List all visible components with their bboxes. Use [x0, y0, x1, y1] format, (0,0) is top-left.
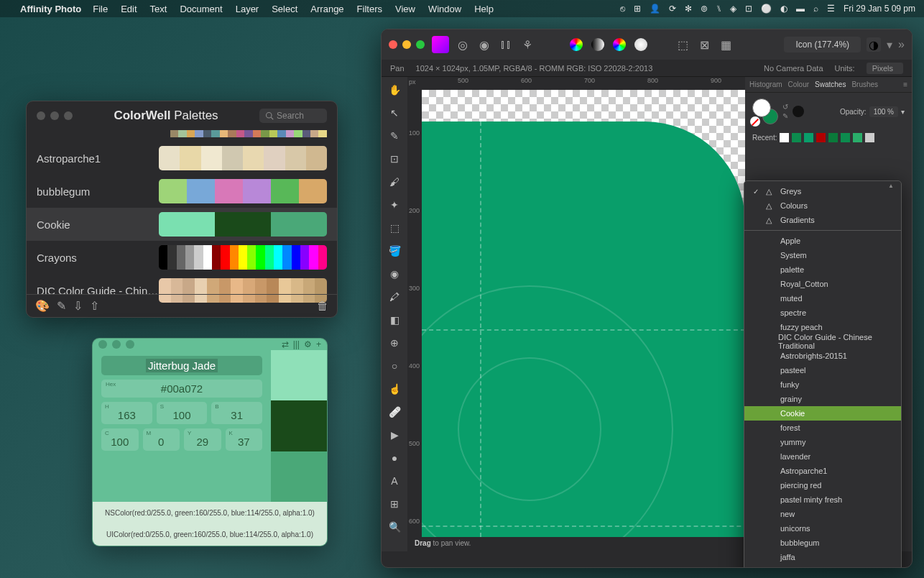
dropdown-item[interactable]: palette: [744, 262, 901, 277]
menu-text[interactable]: Text: [150, 4, 167, 14]
selection-icon[interactable]: ⬚: [676, 38, 689, 51]
volume-icon[interactable]: ◐: [780, 4, 787, 14]
dropdown-item[interactable]: yummy: [744, 435, 901, 449]
dropdown-item[interactable]: ✓△Greys: [744, 184, 901, 198]
paint-brush-icon[interactable]: 🖍: [386, 288, 403, 306]
smudge-tool-icon[interactable]: ☝: [386, 380, 403, 398]
menu-layer[interactable]: Layer: [236, 4, 259, 14]
dropdown-item[interactable]: piercing red: [744, 478, 901, 492]
color-component-field[interactable]: Y29: [184, 428, 221, 451]
dropdown-item[interactable]: grainy: [744, 392, 901, 406]
recent-swatch[interactable]: [853, 133, 862, 142]
app-name[interactable]: Affinity Photo: [20, 4, 81, 14]
dropdown-item[interactable]: Astrobrights-20151: [744, 349, 901, 363]
units-dropdown[interactable]: Pixels: [867, 63, 903, 74]
menu-filters[interactable]: Filters: [357, 4, 382, 14]
color-picker-tool-icon[interactable]: ✎: [386, 127, 403, 144]
view-mode-button[interactable]: ◑: [867, 37, 881, 52]
import-icon[interactable]: ⇩: [73, 299, 83, 313]
vertical-ruler[interactable]: 100200300400500600: [407, 90, 422, 551]
battery-icon[interactable]: ▬: [796, 4, 805, 14]
color-swatch[interactable]: [271, 400, 327, 451]
erase-tool-icon[interactable]: ◧: [386, 311, 403, 329]
dropdown-item[interactable]: Cookie: [744, 406, 901, 421]
dropdown-toggle[interactable]: ▾: [887, 38, 892, 52]
foreground-background-selector[interactable]: [752, 98, 778, 124]
scroll-up-icon[interactable]: ▲: [888, 184, 894, 188]
persona-tone-icon[interactable]: ⚘: [521, 38, 534, 51]
dropdown-item[interactable]: muted: [744, 291, 901, 306]
selection-brush-icon[interactable]: ✦: [386, 196, 403, 214]
dropdown-item[interactable]: Astroparche1: [744, 464, 901, 478]
bars-icon[interactable]: |||: [293, 339, 300, 349]
dropdown-item[interactable]: funky: [744, 377, 901, 392]
recent-swatch[interactable]: [792, 133, 801, 142]
horizontal-ruler[interactable]: 500600700800900: [422, 77, 745, 90]
color-component-field[interactable]: K37: [226, 428, 263, 451]
zoom-dropdown[interactable]: Icon (177.4%): [784, 37, 861, 52]
dodge-tool-icon[interactable]: ○: [386, 357, 403, 375]
dropdown-item[interactable]: new: [744, 507, 901, 521]
no-color-icon[interactable]: [750, 116, 760, 127]
overflow-icon[interactable]: »: [898, 38, 905, 51]
status-icon[interactable]: ⎋: [620, 4, 625, 14]
pen-tool-icon[interactable]: ▶: [386, 426, 403, 444]
palette-row[interactable]: bubblegum: [27, 175, 337, 208]
dropdown-item[interactable]: DIC Color Guide - Chinese Traditional: [744, 334, 901, 349]
swap-icon[interactable]: ⇄: [282, 339, 289, 349]
recent-swatch[interactable]: [841, 133, 850, 142]
dropdown-item[interactable]: △Gradients: [744, 213, 901, 227]
user-icon[interactable]: 👤: [650, 4, 660, 14]
text-tool-icon[interactable]: A: [386, 472, 403, 490]
dropdown-item[interactable]: piccy goodness: [744, 564, 901, 568]
code-output[interactable]: NSColor(red:0/255.0, green:160/255.0, bl…: [93, 502, 327, 546]
dropdown-toggle[interactable]: ▾: [901, 108, 905, 116]
swatches-dropdown[interactable]: ▲ ✓△Greys△Colours△Gradients AppleSystemp…: [744, 180, 902, 568]
dropdown-item[interactable]: pasteel: [744, 363, 901, 377]
menu-window[interactable]: Window: [428, 4, 461, 14]
persona-liquify-icon[interactable]: ◉: [478, 38, 491, 51]
color-swatch[interactable]: [271, 350, 327, 400]
window-traffic-lights[interactable]: [98, 340, 134, 349]
menu-arrange[interactable]: Arrange: [310, 4, 343, 14]
recent-swatch[interactable]: [780, 133, 789, 142]
grid-icon[interactable]: ▦: [719, 38, 732, 51]
menu-select[interactable]: Select: [272, 4, 297, 14]
tag-icon[interactable]: ✎: [57, 299, 66, 313]
opacity-value[interactable]: 100 %: [869, 106, 898, 117]
dropdown-item[interactable]: forest: [744, 421, 901, 435]
menu-file[interactable]: File: [93, 4, 108, 14]
dropdown-item[interactable]: △Colours: [744, 198, 901, 213]
color-component-field[interactable]: B31: [211, 402, 262, 424]
healing-tool-icon[interactable]: 🩹: [386, 403, 403, 421]
color-wheel-icon[interactable]: [570, 38, 583, 51]
wifi-icon[interactable]: ◈: [730, 4, 736, 14]
tab-colour[interactable]: Colour: [788, 81, 809, 88]
settings-icon[interactable]: ✻: [685, 4, 692, 14]
menu-edit[interactable]: Edit: [121, 4, 137, 14]
export-icon[interactable]: ⇧: [90, 299, 99, 313]
tab-histogram[interactable]: Histogram: [749, 81, 782, 88]
recent-swatch[interactable]: [816, 133, 826, 142]
gradient-tool-icon[interactable]: ◉: [386, 265, 403, 283]
dropdown-item[interactable]: pastel minty fresh: [744, 492, 901, 507]
persona-develop-icon[interactable]: ⫿⫿: [499, 38, 512, 51]
snap-icon[interactable]: ⊠: [698, 38, 711, 51]
color-component-field[interactable]: M0: [143, 428, 180, 451]
hand-tool-icon[interactable]: ✋: [386, 81, 403, 98]
status-icon[interactable]: ⊞: [634, 4, 641, 14]
zoom-tool-icon[interactable]: 🔍: [386, 518, 403, 536]
color-swatch[interactable]: [271, 451, 327, 502]
move-tool-icon[interactable]: ↖: [386, 104, 403, 121]
palette-row[interactable]: Astroparche1: [27, 142, 337, 175]
dropdown-item[interactable]: Apple: [744, 234, 901, 248]
flood-fill-icon[interactable]: 🪣: [386, 242, 403, 260]
recent-swatch[interactable]: [865, 133, 874, 142]
shape-tool-icon[interactable]: ●: [386, 449, 403, 467]
tab-swatches[interactable]: Swatches: [815, 81, 846, 88]
menu-view[interactable]: View: [395, 4, 415, 14]
mesh-tool-icon[interactable]: ⊞: [386, 495, 403, 513]
clone-tool-icon[interactable]: ⊕: [386, 334, 403, 352]
palette-row[interactable]: Cookie: [27, 208, 337, 241]
palette-icon[interactable]: 🎨: [35, 299, 50, 313]
